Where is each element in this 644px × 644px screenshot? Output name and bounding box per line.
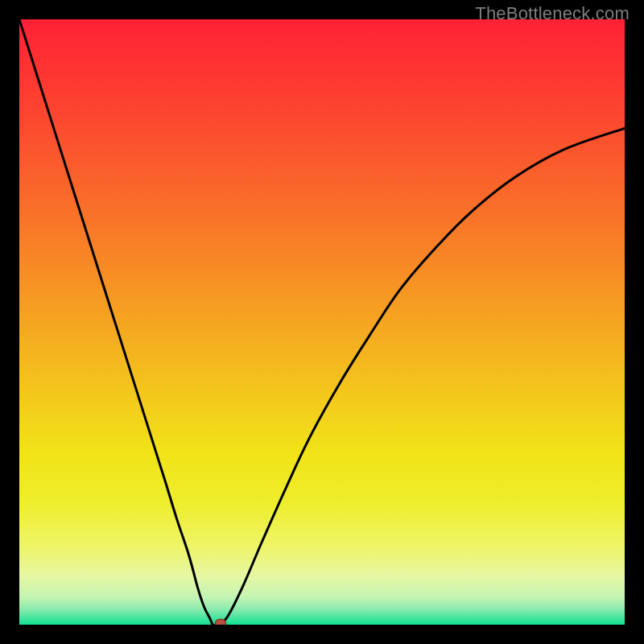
chart-frame: TheBottleneck.com: [0, 0, 644, 644]
watermark-text: TheBottleneck.com: [475, 3, 630, 24]
bottleneck-curve: [19, 19, 625, 625]
curve-layer: [19, 19, 625, 625]
plot-area: [19, 19, 625, 625]
optimum-marker: [215, 619, 226, 625]
